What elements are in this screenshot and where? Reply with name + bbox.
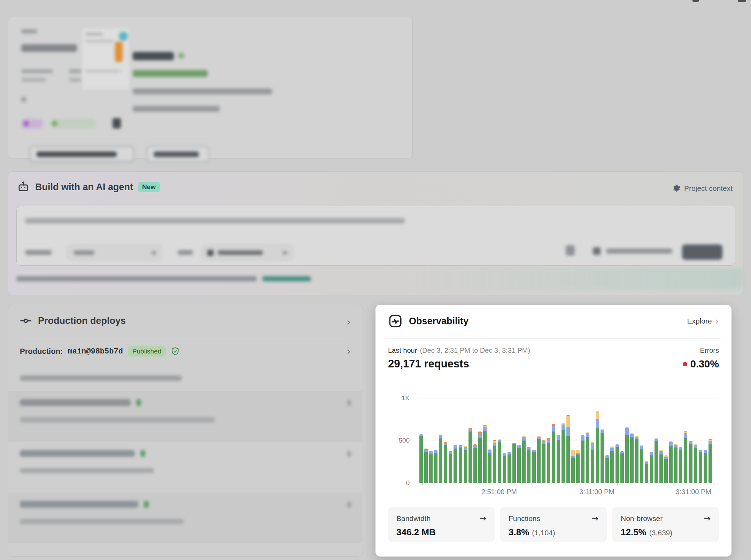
stacked-bar[interactable] [469,428,472,483]
deploy-row[interactable] [20,396,351,438]
stacked-bar[interactable] [576,450,580,483]
stacked-bar[interactable] [704,450,707,483]
stacked-bar[interactable] [527,447,531,483]
stacked-bar[interactable] [478,431,482,483]
non-browser-label: Non-browser [621,514,663,523]
bar-segment-success [498,442,501,483]
stacked-bar[interactable] [566,415,570,483]
stacked-bar[interactable] [615,444,619,483]
stacked-bar[interactable] [635,436,638,483]
agent-footnote-placeholder [16,276,257,281]
stacked-bar[interactable] [449,451,452,483]
bar-segment-success [493,446,496,483]
stacked-bar[interactable] [562,423,565,483]
stacked-bar[interactable] [493,440,496,483]
stacked-bar[interactable] [434,450,438,483]
stacked-bar[interactable] [444,442,447,483]
bar-segment-redirect [709,441,712,444]
deploy-row[interactable] [20,447,351,489]
stacked-bar[interactable] [532,450,535,483]
deploy-row[interactable]: Production: main@98b5b7d Published › [20,346,351,362]
blurred-customize-button[interactable] [147,146,209,162]
bar-segment-success [601,433,604,483]
learn-more-link-placeholder[interactable] [262,276,311,281]
stacked-bar[interactable] [547,438,550,483]
agent-select[interactable] [202,245,293,260]
stacked-bar[interactable] [483,425,487,483]
functions-stat-card[interactable]: Functions → 3.8%(1,104) [500,507,607,542]
stacked-bar[interactable] [508,452,511,483]
deploy-row-chevron[interactable] [347,400,351,406]
deploy-row[interactable] [20,498,351,540]
deploy-row-chevron[interactable] [347,501,351,508]
stacked-bar[interactable] [664,455,668,483]
stacked-bar[interactable] [429,451,433,483]
blurred-config-button[interactable] [30,146,134,162]
submit-prompt-button[interactable] [682,244,722,260]
stacked-bar[interactable] [498,440,501,483]
stacked-bar[interactable] [709,439,712,483]
production-deploys-chevron[interactable]: › [347,317,351,327]
stacked-bar[interactable] [522,436,526,483]
stacked-bar[interactable] [650,452,653,483]
attach-icon[interactable] [593,247,601,255]
domain-link-placeholder[interactable] [133,70,208,77]
stacked-bar[interactable] [659,450,663,483]
stacked-bar[interactable] [419,434,423,483]
deploy-row-chevron[interactable] [347,451,351,457]
stacked-bar[interactable] [620,451,624,483]
bar-segment-redirect [601,430,604,433]
stacked-bar[interactable] [586,433,589,483]
stacked-bar[interactable] [596,411,599,483]
stacked-bar[interactable] [645,461,648,483]
stacked-bar[interactable] [684,431,687,483]
stacked-bar[interactable] [512,443,516,483]
stacked-bar[interactable] [517,445,521,483]
stacked-bar[interactable] [537,436,541,483]
bar-segment-success [459,448,462,483]
mic-icon[interactable] [566,245,575,256]
stacked-bar[interactable] [669,441,673,483]
bar-segment-redirect [547,439,550,443]
stacked-bar[interactable] [655,438,658,483]
stacked-bar[interactable] [640,445,643,483]
stacked-bar[interactable] [552,424,555,483]
thumb-line [86,33,103,36]
stacked-bar[interactable] [591,442,594,483]
bar-segment-redirect [557,435,560,440]
stacked-bar[interactable] [610,446,614,483]
stacked-bar[interactable] [464,446,467,483]
stacked-bar[interactable] [601,429,604,483]
stacked-bar[interactable] [630,433,634,483]
bar-segment-success [503,456,506,483]
stacked-bar[interactable] [424,449,428,483]
stacked-bar[interactable] [454,445,457,483]
stacked-bar[interactable] [625,427,629,483]
stacked-bar[interactable] [694,444,697,483]
stacked-bar[interactable] [503,453,506,483]
stacked-bar[interactable] [542,440,545,483]
stacked-bar[interactable] [473,444,477,483]
deploy-row-chevron[interactable]: › [347,346,351,357]
project-context-button[interactable]: Project context [673,184,733,193]
stacked-bar[interactable] [581,435,584,483]
extra-icon[interactable] [113,118,121,129]
stacked-bar[interactable] [689,441,692,483]
bandwidth-stat-card[interactable]: Bandwidth → 346.2 MB [388,507,495,542]
stacked-bar[interactable] [439,435,442,483]
stacked-bar[interactable] [557,435,560,483]
stacked-bar[interactable] [459,445,462,483]
stacked-bar[interactable] [699,450,702,483]
non-browser-stat-card[interactable]: Non-browser → 12.5%(3,639) [612,507,719,542]
bar-segment-success [630,437,634,483]
stacked-bar[interactable] [571,450,575,483]
explore-button[interactable]: Explore › [687,317,719,326]
with-label [178,250,193,255]
bar-segment-success [694,448,697,483]
stacked-bar[interactable] [679,447,682,483]
stacked-bar[interactable] [605,455,609,483]
page-select[interactable] [68,245,162,260]
agent-prompt-input[interactable] [16,206,735,266]
stacked-bar[interactable] [488,449,491,483]
stacked-bar[interactable] [674,444,678,483]
